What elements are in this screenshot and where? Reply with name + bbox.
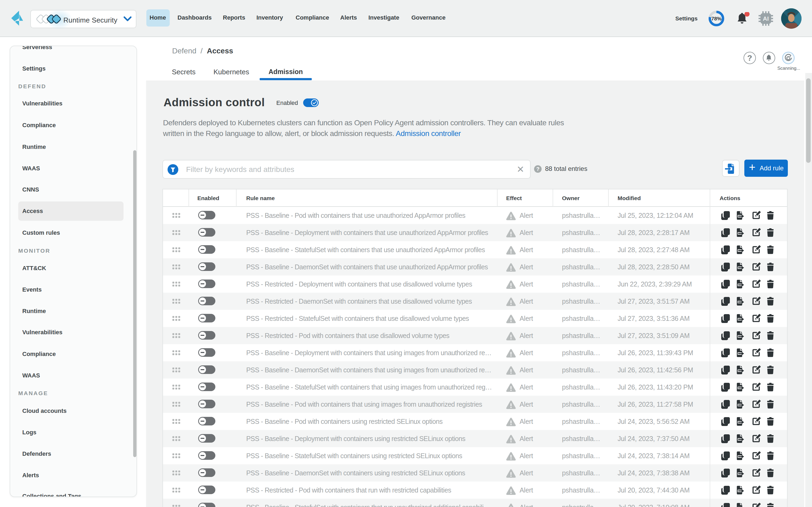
svg-text:AI: AI [763, 15, 769, 22]
svg-text:78%: 78% [711, 16, 721, 21]
